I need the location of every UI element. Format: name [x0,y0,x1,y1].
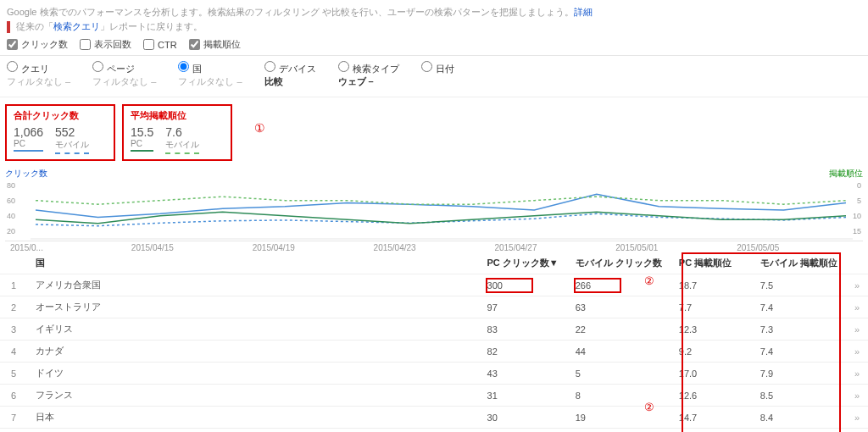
expand-icon[interactable]: » [846,341,868,363]
chart-x-axis: 2015/0...2015/04/152015/04/192015/04/232… [5,241,863,252]
country-name: カナダ [27,341,478,363]
filter-option[interactable]: ページフィルタなし – [92,61,156,88]
annotation-1: ① [254,104,265,135]
data-table-wrapper: 国PC クリック数▼モバイル クリック数PC 掲載順位モバイル 掲載順位 1アメ… [0,252,868,432]
metric-toggle[interactable]: 掲載順位 [189,38,241,51]
country-name: フランス [27,385,478,407]
svg-text:15: 15 [853,227,861,235]
expand-icon[interactable]: » [846,363,868,385]
stat-box: 合計クリック数1,066PC552モバイル [5,104,115,161]
expand-icon[interactable]: » [846,385,868,407]
svg-text:80: 80 [7,181,15,190]
table-header[interactable]: PC 掲載順位 [670,252,752,274]
country-name: ドイツ [27,363,478,385]
filter-option[interactable]: デバイス比較 [264,61,316,88]
table-row[interactable]: 1アメリカ合衆国30026618.77.5» [0,274,868,296]
chart-y-right-label: 掲載順位 [829,168,863,180]
table-header[interactable] [846,252,868,274]
table-header[interactable] [0,252,27,274]
filter-bar: クエリフィルタなし –ページフィルタなし –国フィルタなし –デバイス比較検索タ… [0,56,868,97]
svg-text:5: 5 [857,197,861,205]
stat-box: 平均掲載順位15.5PC7.6モバイル [122,104,232,161]
table-header[interactable]: モバイル 掲載順位 [752,252,846,274]
description: Google 検索でのパフォーマンスを分析します。検索結果のフィルタリング や比… [0,0,868,35]
table-row[interactable]: 7日本301914.78.4» [0,407,868,429]
detail-link[interactable]: 詳細 [574,7,593,17]
metric-toggle-bar: クリック数 表示回数 CTR 掲載順位 [0,35,868,56]
search-query-link[interactable]: 検索クエリ [53,21,100,31]
expand-icon[interactable]: » [846,318,868,341]
table-row[interactable]: 3イギリス832212.37.3» [0,318,868,341]
expand-icon[interactable]: » [846,296,868,318]
filter-option[interactable]: クエリフィルタなし – [7,61,70,88]
svg-text:20: 20 [7,227,15,235]
metric-toggle[interactable]: クリック数 [7,38,68,51]
filter-option[interactable]: 日付 [421,61,454,75]
expand-icon[interactable]: » [846,274,868,296]
accent-bar-icon [7,21,10,33]
country-name: 日本 [27,407,478,429]
stats-row: 合計クリック数1,066PC552モバイル平均掲載順位15.5PC7.6モバイル… [0,97,868,168]
table-row[interactable]: 5ドイツ43517.07.9» [0,363,868,385]
metric-toggle[interactable]: CTR [143,39,177,50]
chart-y-left-label: クリック数 [5,168,47,180]
svg-text:10: 10 [853,212,861,220]
country-name: ロシア [27,429,478,433]
country-name: アメリカ合衆国 [27,274,478,296]
annotation-2b: ② [644,401,654,413]
svg-text:60: 60 [7,197,15,205]
chart: クリック数 掲載順位 80604020 051015 2015/0...2015… [0,168,868,252]
filter-option[interactable]: 国フィルタなし – [178,61,242,88]
table-row[interactable]: 8ロシア28220.68.2» [0,429,868,433]
table-header[interactable]: PC クリック数▼ [479,252,567,274]
expand-icon[interactable]: » [846,429,868,433]
table-row[interactable]: 4カナダ82449.27.4» [0,341,868,363]
table-header[interactable]: 国 [27,252,478,274]
svg-text:0: 0 [857,181,861,190]
svg-text:40: 40 [7,212,15,220]
line-chart[interactable]: 80604020 051015 [5,180,863,241]
country-name: イギリス [27,318,478,341]
country-table: 国PC クリック数▼モバイル クリック数PC 掲載順位モバイル 掲載順位 1アメ… [0,252,868,432]
table-row[interactable]: 2オーストラリア97637.77.4» [0,296,868,318]
annotation-2a: ② [644,274,654,287]
expand-icon[interactable]: » [846,407,868,429]
table-row[interactable]: 6フランス31812.68.5» [0,385,868,407]
metric-toggle[interactable]: 表示回数 [80,38,131,51]
filter-option[interactable]: 検索タイプウェブ – [338,61,399,88]
table-header[interactable]: モバイル クリック数 [567,252,670,274]
country-name: オーストラリア [27,296,478,318]
